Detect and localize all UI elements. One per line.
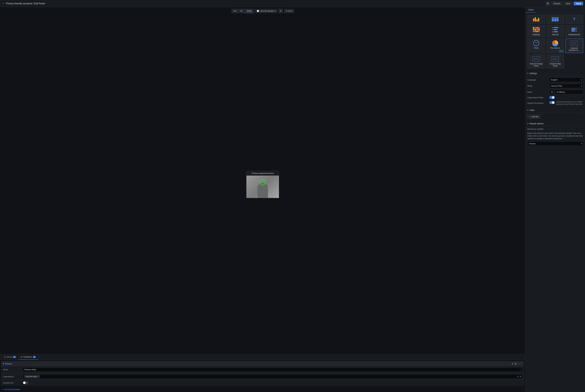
append-ts-row: Append timestamp Used to avoid caching, … [527,101,583,106]
links-section-header[interactable]: ▾ Links [527,108,583,113]
reduce-drag-icon[interactable]: ⋮⋮ [518,362,522,365]
repeat-title: Repeat options [529,122,543,125]
topbar-left: ← Privacy-friendly ad panel / Edit Panel [2,2,545,5]
right-panel-content: T [525,13,585,392]
apply-button[interactable]: Apply [574,2,583,5]
mode-select[interactable]: Harvest Files [549,84,583,88]
reduce-block: ▾ Reduce ⚙ 🗑 ⋮⋮ Mode Reduce fields [1,361,524,386]
refresh-icon: ↻ [286,10,287,12]
back-button[interactable]: ← [2,2,5,5]
reduce-include-time-row: Include time [1,380,524,386]
clock-minute-hand [536,42,538,43]
calculations-label: Calculations [3,376,21,378]
settings-button[interactable]: ⚙ [545,1,550,6]
save-button[interactable]: Save [563,2,572,6]
time-selector[interactable]: 🕐 Last 30 minutes ▾ [255,9,277,13]
language-label: Language [527,79,548,81]
tag-remove-icon[interactable]: ✕ [37,376,39,378]
mode-label: Mode [527,85,548,87]
name-select[interactable]: A-url [549,90,554,94]
heatmap-label: Heatmap [532,34,540,36]
page-title: Privacy-friendly ad panel / Edit Panel [6,2,45,5]
include-time-toggle[interactable] [23,381,28,384]
canvas-area: Fill Fit Exact 🕐 Last 30 minutes ▾ ⊖ ↻ 1… [0,7,525,392]
mode-control: Harvest Files [549,84,583,88]
refresh-selector[interactable]: ↻ 1m ▾ [284,9,294,13]
fill-button[interactable]: Fill [232,9,238,13]
heatmap-icon [532,27,541,33]
add-transformation-button[interactable]: + Add transformation [0,387,525,392]
chevron-down-icon[interactable]: ▾ [520,375,521,378]
topbar-right: ⚙ Discard Save Apply [545,1,583,6]
reduce-actions: ⚙ 🗑 ⋮⋮ [512,362,522,365]
gear-icon: ⚙ [547,2,549,5]
language-select[interactable]: English [549,78,583,82]
calculation-tag: Last (not null) ✕ [24,375,40,378]
tab-query[interactable]: ⊟ Query 1 [2,354,18,360]
viz-table[interactable] [546,14,564,24]
refresh-label: 1m [288,10,291,12]
links-title: Links [529,109,534,111]
zoom-icon: ⊖ [280,10,282,12]
tab-transform-label: Transform [23,356,32,358]
name-label: Name [527,91,548,93]
add-link-button[interactable]: + Add link [527,114,541,119]
tag-clear-icon[interactable]: ✕ [517,375,519,378]
query-badge: 1 [13,356,16,358]
time-label: Last 30 minutes [260,10,274,12]
topbar: ← Privacy-friendly ad panel / Edit Panel… [0,0,585,7]
viz-soracom-image[interactable]: Soracom Image Panel [527,54,545,68]
discard-button[interactable]: Discard [551,2,562,6]
bottom-panel: ⊟ Query 1 ⇄ Transform 1 ▾ Reduce ⚙ [0,354,525,392]
chevron-down-icon: ▾ [275,10,276,12]
viz-pie-chart[interactable]: Pie chart v2 Beta [546,38,564,53]
viz-dashboard-list[interactable]: Dashboard list [565,25,583,37]
reduce-settings-icon[interactable]: ⚙ [512,362,513,365]
chevron-down-icon: ▾ [291,10,292,12]
reduce-calculations-row: Calculations Last (not null) ✕ ✕ ▾ [1,373,524,380]
append-ts-toggle[interactable] [549,101,555,104]
calculations-tag-input[interactable]: Last (not null) ✕ ✕ ▾ [23,374,522,379]
tab-transform[interactable]: ⇄ Transform 1 [18,354,38,360]
keep-aspect-control [549,96,583,99]
main-layout: Fill Fit Exact 🕐 Last 30 minutes ▾ ⊖ ↻ 1… [0,7,585,392]
tab-panel[interactable]: Panel [525,7,536,13]
repeat-by-var-row: Repeat by variable [527,128,583,130]
repeat-choose-select[interactable]: Choose [527,142,583,146]
tab-query-label: Query [7,356,12,358]
reduce-delete-icon[interactable]: 🗑 [515,362,517,365]
transform-icon: ⇄ [21,356,22,358]
calculations-control: Last (not null) ✕ ✕ ▾ [23,374,522,379]
reduce-collapse-toggle[interactable]: ▾ [3,362,4,365]
exact-button[interactable]: Exact [245,9,254,13]
chevron-icon: ▾ [527,72,528,74]
viz-alert-list[interactable]: ♥ ♥ ♥ Al [546,25,564,37]
settings-title: Settings [529,72,537,74]
mode-select[interactable]: Reduce fields ▾ [23,368,522,372]
zoom-button[interactable]: ⊖ [278,9,283,13]
reduce-mode-row: Mode Reduce fields ▾ [1,366,524,373]
chevron-icon: ▾ [527,122,528,125]
viz-soracom-map[interactable]: Soracom Map Panel [546,54,564,68]
repeat-by-var-label: Repeat by variable [527,128,548,130]
settings-section: ▾ Settings Language English Mode [527,71,583,106]
fit-button[interactable]: Fit [238,9,245,13]
keep-aspect-row: Keep Aspect Ratio [527,96,583,99]
include-time-control [23,381,522,384]
viz-text[interactable]: T [565,14,583,24]
name-input[interactable] [555,90,583,94]
beta-badge: Beta [559,50,563,52]
viz-bar-chart[interactable] [527,14,545,24]
right-panel-collapse-button[interactable]: › [581,8,585,12]
mode-label: Mode [3,368,21,371]
viz-clock[interactable]: Clock [527,38,545,53]
viz-soracom-dynamic[interactable]: Soracom Dynamic Im... [565,38,583,53]
viz-heatmap[interactable]: Heatmap [527,25,545,37]
repeat-section-header[interactable]: ▾ Repeat options [527,121,583,126]
tag-label: Last (not null) [26,376,37,378]
table-icon [551,16,560,22]
settings-section-header[interactable]: ▾ Settings [527,71,583,76]
keep-aspect-toggle[interactable] [549,96,555,99]
head-outline [260,179,266,185]
clock-icon: 🕐 [257,10,259,12]
